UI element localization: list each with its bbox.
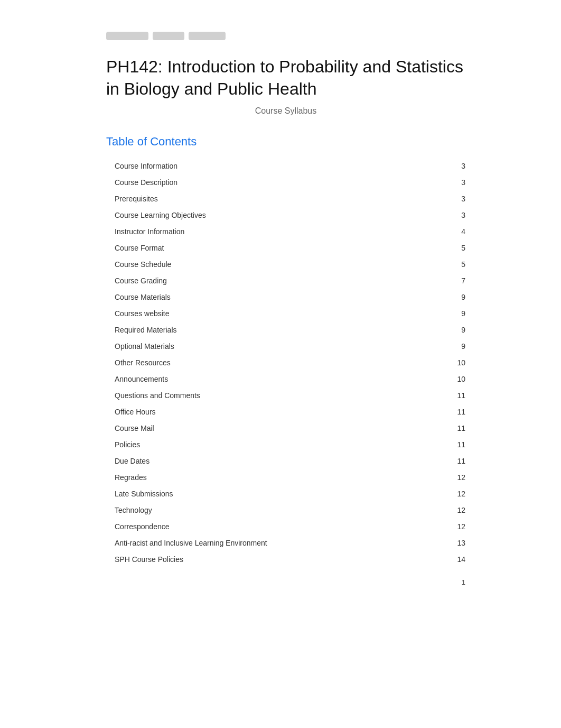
toc-item-page: 11 [433, 404, 465, 420]
toc-item-label: SPH Course Policies [106, 551, 433, 568]
toc-item-page: 12 [433, 486, 465, 502]
toc-item-label: Late Submissions [106, 486, 433, 502]
toc-item-label: Other Resources [106, 355, 433, 371]
toc-item-page: 3 [433, 158, 465, 174]
toc-item-label: Regrades [106, 469, 433, 486]
toc-item-page: 3 [433, 174, 465, 191]
breadcrumb-pill-2 [153, 32, 184, 40]
toc-item-page: 14 [433, 551, 465, 568]
toc-row[interactable]: Technology12 [106, 502, 465, 519]
toc-table: Course Information3Course Description3Pr… [106, 158, 465, 568]
toc-item-page: 9 [433, 322, 465, 338]
toc-item-page: 5 [433, 240, 465, 256]
toc-item-label: Course Description [106, 174, 433, 191]
toc-item-label: Anti-racist and Inclusive Learning Envir… [106, 535, 433, 551]
toc-item-label: Prerequisites [106, 191, 433, 207]
breadcrumb-bar [106, 32, 465, 40]
toc-item-page: 12 [433, 519, 465, 535]
toc-row[interactable]: Due Dates11 [106, 453, 465, 469]
toc-item-page: 9 [433, 338, 465, 355]
toc-item-page: 12 [433, 502, 465, 519]
toc-item-label: Questions and Comments [106, 388, 433, 404]
toc-item-page: 10 [433, 371, 465, 388]
toc-row[interactable]: SPH Course Policies14 [106, 551, 465, 568]
toc-item-label: Due Dates [106, 453, 433, 469]
toc-item-page: 12 [433, 469, 465, 486]
toc-item-page: 10 [433, 355, 465, 371]
toc-row[interactable]: Required Materials9 [106, 322, 465, 338]
toc-item-label: Courses website [106, 306, 433, 322]
toc-row[interactable]: Other Resources10 [106, 355, 465, 371]
toc-row[interactable]: Regrades12 [106, 469, 465, 486]
page-number: 1 [106, 578, 465, 586]
toc-row[interactable]: Optional Materials9 [106, 338, 465, 355]
toc-row[interactable]: Course Format5 [106, 240, 465, 256]
toc-row[interactable]: Late Submissions12 [106, 486, 465, 502]
toc-item-label: Optional Materials [106, 338, 433, 355]
toc-item-label: Office Hours [106, 404, 433, 420]
toc-item-label: Course Learning Objectives [106, 207, 433, 224]
toc-row[interactable]: Course Grading7 [106, 273, 465, 289]
toc-row[interactable]: Prerequisites3 [106, 191, 465, 207]
toc-item-label: Correspondence [106, 519, 433, 535]
toc-item-page: 13 [433, 535, 465, 551]
toc-item-label: Instructor Information [106, 224, 433, 240]
toc-item-page: 9 [433, 289, 465, 306]
breadcrumb-pill-1 [106, 32, 148, 40]
toc-row[interactable]: Questions and Comments11 [106, 388, 465, 404]
toc-item-page: 11 [433, 437, 465, 453]
toc-item-page: 11 [433, 453, 465, 469]
toc-item-page: 5 [433, 256, 465, 273]
toc-item-label: Course Mail [106, 420, 433, 437]
toc-row[interactable]: Course Mail11 [106, 420, 465, 437]
toc-row[interactable]: Course Information3 [106, 158, 465, 174]
toc-row[interactable]: Courses website9 [106, 306, 465, 322]
breadcrumb-pill-3 [189, 32, 226, 40]
toc-row[interactable]: Office Hours11 [106, 404, 465, 420]
toc-row[interactable]: Announcements10 [106, 371, 465, 388]
document-subtitle: Course Syllabus [106, 106, 465, 116]
toc-item-label: Course Grading [106, 273, 433, 289]
toc-item-page: 3 [433, 191, 465, 207]
toc-row[interactable]: Instructor Information4 [106, 224, 465, 240]
toc-item-label: Announcements [106, 371, 433, 388]
toc-item-label: Course Format [106, 240, 433, 256]
toc-item-label: Course Schedule [106, 256, 433, 273]
toc-item-page: 7 [433, 273, 465, 289]
toc-item-label: Course Information [106, 158, 433, 174]
document-title: PH142: Introduction to Probability and S… [106, 56, 465, 100]
toc-row[interactable]: Course Description3 [106, 174, 465, 191]
toc-row[interactable]: Anti-racist and Inclusive Learning Envir… [106, 535, 465, 551]
toc-item-page: 4 [433, 224, 465, 240]
toc-item-label: Policies [106, 437, 433, 453]
toc-row[interactable]: Policies11 [106, 437, 465, 453]
toc-row[interactable]: Course Schedule5 [106, 256, 465, 273]
toc-item-page: 11 [433, 388, 465, 404]
toc-row[interactable]: Correspondence12 [106, 519, 465, 535]
document-page: PH142: Introduction to Probability and S… [53, 0, 508, 618]
toc-row[interactable]: Course Materials9 [106, 289, 465, 306]
toc-item-page: 11 [433, 420, 465, 437]
toc-item-label: Course Materials [106, 289, 433, 306]
toc-item-page: 9 [433, 306, 465, 322]
toc-row[interactable]: Course Learning Objectives3 [106, 207, 465, 224]
toc-item-label: Technology [106, 502, 433, 519]
toc-heading: Table of Contents [106, 135, 465, 149]
toc-item-label: Required Materials [106, 322, 433, 338]
toc-item-page: 3 [433, 207, 465, 224]
